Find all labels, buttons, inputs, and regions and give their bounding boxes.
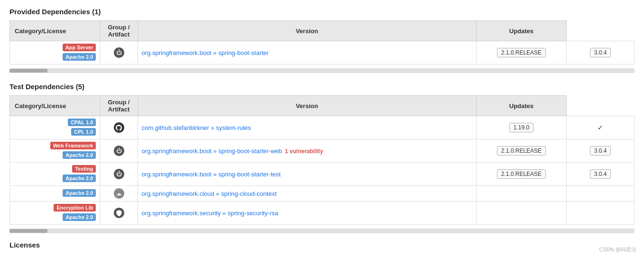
test-section: Test Dependencies (5) Category/License G…	[9, 83, 635, 233]
version-value: 2.1.0.RELEASE	[497, 169, 546, 179]
artifact-cell: org.springframework.boot » spring-boot-s…	[138, 139, 476, 163]
category-cell: Apache 2.0	[10, 186, 100, 202]
category-badge: Apache 2.0	[63, 213, 96, 221]
artifact-cell: com.github.stefanbirkner » system-rules	[138, 116, 476, 139]
updates-checkmark: ✓	[598, 124, 603, 131]
github-icon	[114, 122, 124, 133]
licenses-title: Licenses	[9, 241, 635, 249]
col-version-1: Version	[138, 21, 476, 41]
col-category-license-1: Category/License	[10, 21, 100, 41]
category-cell: CPAL 1.0CPL 1.0	[10, 116, 100, 139]
icon-cell: ⏻	[100, 163, 138, 186]
col-group-artifact-2: Group / Artifact	[100, 96, 138, 116]
artifact-link[interactable]: org.springframework.security » spring-se…	[142, 210, 278, 217]
category-cell: App ServerApache 2.0	[10, 41, 100, 64]
col-category-license-2: Category/License	[10, 96, 100, 116]
category-cell: Encryption LibApache 2.0	[10, 202, 100, 225]
version-value: 2.1.0.RELEASE	[497, 48, 546, 57]
category-badge: Apache 2.0	[63, 53, 96, 61]
col-updates-1: Updates	[476, 21, 566, 41]
updates-value: 3.0.4	[590, 48, 611, 57]
category-badge: CPAL 1.0	[68, 119, 96, 126]
version-value: 1.19.0	[509, 123, 534, 132]
version-cell	[476, 186, 566, 202]
icon-cell: ☁	[100, 186, 138, 202]
version-cell: 2.1.0.RELEASE	[476, 139, 566, 163]
category-cell: TestingApache 2.0	[10, 163, 100, 186]
icon-cell: ⏻	[100, 139, 138, 163]
test-section-title: Test Dependencies (5)	[9, 83, 635, 91]
category-badge: Apache 2.0	[63, 189, 96, 197]
category-badge: Encryption Lib	[54, 204, 96, 211]
updates-cell: 3.0.4	[567, 41, 635, 64]
updates-value: 3.0.4	[590, 146, 611, 156]
col-updates-2: Updates	[476, 96, 566, 116]
updates-value: 3.0.4	[590, 169, 611, 179]
category-badge: App Server	[63, 44, 96, 51]
version-value: 2.1.0.RELEASE	[497, 146, 546, 156]
test-table: Category/License Group / Artifact Versio…	[9, 95, 635, 225]
col-version-2: Version	[138, 96, 476, 116]
watermark: CSDN @码里法	[599, 246, 636, 253]
icon-cell	[100, 116, 138, 139]
artifact-link[interactable]: org.springframework.boot » spring-boot-s…	[142, 147, 282, 155]
version-cell: 2.1.0.RELEASE	[476, 163, 566, 186]
category-cell: Web FrameworkApache 2.0	[10, 139, 100, 163]
category-badge: Web Framework	[50, 142, 96, 149]
artifact-cell: org.springframework.boot » spring-boot-s…	[138, 163, 476, 186]
power-icon: ⏻	[114, 47, 124, 58]
category-badge: Testing	[72, 165, 96, 173]
provided-table: Category/License Group / Artifact Versio…	[9, 20, 635, 64]
shield-icon	[114, 208, 124, 218]
icon-cell: ⏻	[100, 41, 138, 64]
artifact-link[interactable]: com.github.stefanbirkner » system-rules	[142, 124, 251, 131]
updates-cell: 3.0.4	[567, 139, 635, 163]
updates-cell: 3.0.4	[567, 163, 635, 186]
artifact-cell: org.springframework.security » spring-se…	[138, 202, 476, 225]
vulnerability-badge: 1 vulnerability	[285, 148, 323, 155]
category-badge: Apache 2.0	[63, 151, 96, 159]
artifact-link[interactable]: org.springframework.boot » spring-boot-s…	[142, 171, 281, 178]
provided-section: Provided Dependencies (1) Category/Licen…	[9, 8, 635, 73]
artifact-cell: org.springframework.cloud » spring-cloud…	[138, 186, 476, 202]
version-cell	[476, 202, 566, 225]
category-badge: Apache 2.0	[63, 174, 96, 182]
artifact-link[interactable]: org.springframework.boot » spring-boot-s…	[142, 49, 269, 56]
updates-cell: ✓	[567, 116, 635, 139]
power-icon: ⏻	[114, 169, 124, 179]
artifact-cell: org.springframework.boot » spring-boot-s…	[138, 41, 476, 64]
col-group-artifact-1: Group / Artifact	[100, 21, 138, 41]
provided-section-title: Provided Dependencies (1)	[9, 8, 635, 16]
cloud-icon: ☁	[114, 188, 124, 199]
version-cell: 1.19.0	[476, 116, 566, 139]
category-badge: CPL 1.0	[71, 128, 96, 136]
updates-cell	[567, 186, 635, 202]
icon-cell	[100, 202, 138, 225]
provided-scrollbar[interactable]	[9, 68, 635, 73]
version-cell: 2.1.0.RELEASE	[476, 41, 566, 64]
artifact-link[interactable]: org.springframework.cloud » spring-cloud…	[142, 190, 277, 197]
power-icon: ⏻	[114, 146, 124, 156]
test-scrollbar[interactable]	[9, 229, 635, 233]
updates-cell	[567, 202, 635, 225]
